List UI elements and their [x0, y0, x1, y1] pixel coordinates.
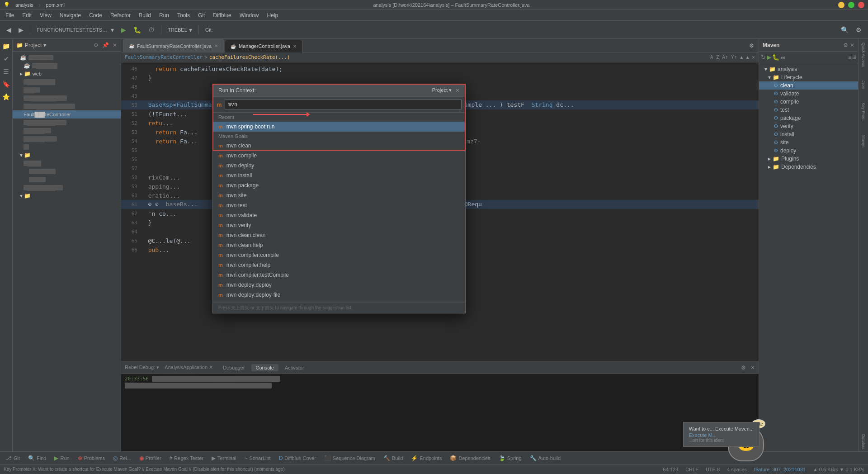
run-config-selector[interactable]: FUNCTIONUTILTEST.TESTSER ▾ — [34, 24, 117, 36]
tab-manager-controller[interactable]: ☕ ManagerController.java ✕ — [225, 40, 302, 52]
git-label[interactable]: Git: — [203, 24, 216, 36]
menu-diffblue[interactable]: Diffblue — [209, 11, 235, 19]
tree-item-ann[interactable]: A████████tion — [13, 184, 121, 192]
maven-collapse-icon[interactable]: ≡ — [849, 55, 851, 60]
run-tool-btn[interactable]: ▶ Run — [51, 454, 73, 462]
bottom-panel-settings[interactable]: ⚙ — [741, 365, 746, 371]
dialog-item-test[interactable]: m mvn test — [213, 200, 465, 210]
forward-button[interactable]: ▶ — [16, 24, 26, 36]
maven-package[interactable]: ⚙ package — [759, 114, 858, 122]
maximize-button[interactable] — [848, 2, 854, 8]
maven-install[interactable]: ⚙ install — [759, 130, 858, 138]
problems-tool-btn[interactable]: ⊗ Problems — [74, 454, 108, 462]
menu-navigate[interactable]: Navigate — [56, 11, 85, 19]
maven-run-icon[interactable]: ▶ — [767, 54, 771, 61]
tree-item-url[interactable]: url — [13, 143, 121, 151]
tab-console[interactable]: Console — [251, 364, 278, 371]
rel-tool-btn[interactable]: ◎ Rel... — [109, 454, 135, 462]
key-promoter-icon[interactable]: Key Prom. — [859, 101, 868, 123]
dialog-item-compiler-help[interactable]: m mvn compiler:help — [213, 260, 465, 270]
project-icon-btn[interactable]: 📁 — [1, 41, 12, 52]
maven-refresh-icon[interactable]: ↻ — [761, 54, 766, 61]
maven-deploy[interactable]: ⚙ deploy — [759, 147, 858, 155]
endpoints-tool-btn[interactable]: ⚡ Endpoints — [407, 454, 445, 462]
dialog-close-btn[interactable]: ✕ — [455, 87, 460, 94]
menu-view[interactable]: View — [36, 11, 55, 19]
dialog-item-deploy-file[interactable]: m mvn deploy:deploy-file — [213, 290, 465, 300]
menu-run[interactable]: Run — [156, 11, 173, 19]
tree-item-hystrixutils[interactable]: ☕HystrixUtils — [13, 53, 121, 62]
tree-item-m[interactable]: ☕M██████ — [13, 62, 121, 70]
settings-button[interactable]: ⚙ — [853, 24, 864, 36]
dialog-item-clean-clean[interactable]: m mvn clean:clean — [213, 230, 465, 240]
dialog-item-clean[interactable]: m mvn clean — [213, 141, 465, 151]
maven-analysis-root[interactable]: ▾ 📁 analysis — [759, 65, 858, 73]
dialog-item-site[interactable]: m mvn site — [213, 190, 465, 200]
maven-validate[interactable]: ⚙ validate — [759, 90, 858, 98]
dialog-item-verify[interactable]: m mvn verify — [213, 220, 465, 230]
dialog-item-clean-help[interactable]: m mvn clean:help — [213, 240, 465, 250]
tree-folder-svc[interactable]: ▾ 📁 — [13, 151, 121, 159]
tree-item-h-controller[interactable]: H████████roller — [13, 118, 121, 127]
menu-tools[interactable]: Tools — [174, 11, 193, 19]
dialog-project-label[interactable]: Project ▾ — [432, 87, 452, 93]
git-tool-btn[interactable]: ⎇ Git — [2, 454, 24, 462]
tab-debugger[interactable]: Debugger — [218, 364, 249, 371]
dialog-item-install[interactable]: m mvn install — [213, 171, 465, 180]
menu-edit[interactable]: Edit — [19, 11, 35, 19]
dialog-item-compiler-compile[interactable]: m mvn compiler:compile — [213, 250, 465, 260]
sonar-tool-btn[interactable]: ~ SonarLint — [241, 454, 274, 462]
project-pin-icon[interactable]: 📌 — [102, 42, 109, 48]
menu-file[interactable]: File — [2, 11, 18, 19]
dialog-item-spring-boot-run[interactable]: m mvn spring-boot:run — [213, 122, 465, 132]
maven-run-debug-icon[interactable]: 🐛 — [772, 54, 779, 61]
json-panel-icon[interactable]: Json — [859, 79, 868, 91]
tree-item-fault-controller[interactable]: Fault███teController — [13, 110, 121, 118]
tab-analysis-app[interactable]: AnalysisApplication ✕ — [165, 365, 213, 370]
bookmarks-icon-btn[interactable]: 🔖 — [1, 79, 12, 90]
maven-clean[interactable]: ⚙ clean — [759, 81, 858, 90]
sequence-tool-btn[interactable]: ⬛ Sequence Diagram — [321, 454, 379, 462]
tab-activator[interactable]: Activator — [280, 364, 309, 371]
tree-item-controller3[interactable]: ██████troller — [13, 135, 121, 143]
maven-skip-icon[interactable]: ⏭ — [780, 55, 785, 60]
maven-close-icon[interactable]: ✕ — [850, 42, 854, 48]
trebel-label[interactable]: TREBEL ▾ — [165, 24, 195, 36]
dialog-search-input[interactable] — [225, 100, 462, 109]
menu-git[interactable]: Git — [194, 11, 208, 19]
database-icon[interactable]: Databas — [859, 432, 868, 451]
dialog-item-deploy[interactable]: m mvn deploy — [213, 161, 465, 171]
structure-icon-btn[interactable]: ☰ — [1, 66, 12, 77]
toast-line2[interactable]: Execute M... — [689, 432, 754, 438]
spring-tool-btn[interactable]: 🍃 Spring — [495, 454, 525, 462]
dialog-item-package[interactable]: m mvn package — [213, 180, 465, 190]
commit-icon-btn[interactable]: ✔ — [1, 53, 12, 64]
project-settings-icon[interactable]: ⚙ — [94, 42, 99, 48]
close-button[interactable] — [858, 2, 864, 8]
editor-settings-btn[interactable]: ⚙ — [746, 39, 757, 52]
auto-build-tool-btn[interactable]: 🔧 Auto-build — [526, 454, 565, 462]
find-tool-btn[interactable]: 🔍 Find — [24, 454, 50, 462]
run-button[interactable]: ▶ — [118, 24, 129, 36]
menu-help[interactable]: Help — [263, 11, 282, 19]
tab-manager-close[interactable]: ✕ — [293, 44, 297, 49]
bottom-panel-close[interactable]: ✕ — [750, 365, 755, 371]
maven-side-icon[interactable]: Maven — [859, 133, 868, 149]
favorites-icon-btn[interactable]: ⭐ — [1, 91, 12, 102]
terminal-tool-btn[interactable]: ▶ Terminal — [208, 454, 240, 462]
debug-button[interactable]: 🐛 — [131, 24, 144, 36]
tab-fault-controller[interactable]: ☕ FaultSummaryRateController.java ✕ — [123, 39, 224, 52]
quick-access-icon[interactable]: Quick Access — [859, 41, 868, 69]
tree-item-controller2[interactable]: ██████ller — [13, 127, 121, 135]
maven-settings-icon[interactable]: ⚙ — [843, 42, 848, 48]
menu-window[interactable]: Window — [236, 11, 263, 19]
project-close-icon[interactable]: ✕ — [113, 42, 117, 48]
menu-code[interactable]: Code — [85, 11, 106, 19]
tree-folder-extra[interactable]: ▾ 📁 — [13, 192, 121, 200]
menu-build[interactable]: Build — [135, 11, 155, 19]
maven-test[interactable]: ⚙ test — [759, 106, 858, 114]
maven-lifecycle[interactable]: ▾ 📁 Lifecycle — [759, 73, 858, 81]
diffblue-tool-btn[interactable]: D Diffblue Cover — [275, 454, 320, 462]
tree-item-faultr[interactable]: faultR████YRateCont — [13, 102, 121, 110]
run-coverage-button[interactable]: ⏱ — [146, 24, 157, 36]
